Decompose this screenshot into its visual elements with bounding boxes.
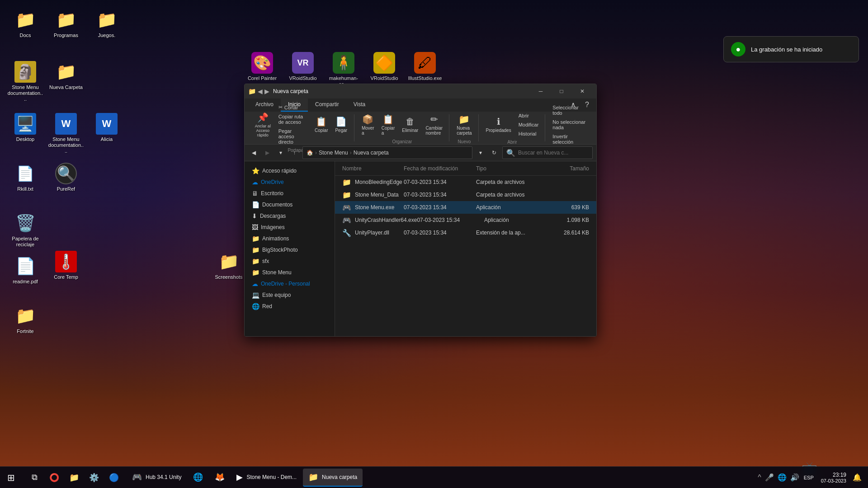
settings-taskbar-btn[interactable]: ⚙️ (85, 469, 103, 487)
back-button[interactable]: ◀ (248, 147, 259, 158)
nueva-carpeta-ribbon-btn[interactable]: 📁 Nuevacarpeta (454, 112, 474, 137)
vroid-studio2-app[interactable]: 🔶 VRoidStudio (366, 52, 402, 87)
desktop-icon-screenshots[interactable]: 📁 Screenshots (211, 251, 247, 280)
desktop-icon-papelera[interactable]: 🗑️ Papelera de reciclaje (7, 212, 43, 248)
cortar-button[interactable]: ✂ Cortar (276, 103, 311, 112)
search-input[interactable] (518, 150, 589, 156)
desktop-icon-stone-menu[interactable]: 🗿 Stone Menu documentation.... (7, 61, 43, 103)
chrome-taskbar[interactable]: 🌐 (188, 469, 208, 487)
dropdown-button[interactable]: ▾ (275, 147, 286, 158)
desktop-icon-stone-doc2[interactable]: W Stone Menu documentation.... (48, 113, 84, 155)
col-tipo[interactable]: Tipo (476, 165, 544, 172)
nav-onedrive-personal[interactable]: ☁ OneDrive - Personal (246, 278, 333, 289)
mover-button[interactable]: 📦 Movera (359, 112, 377, 137)
anclar-button[interactable]: 📌 Anclar alAcceso rápido (252, 110, 274, 139)
illuststudio-app[interactable]: 🖊 IllustStudio.exe (407, 52, 443, 87)
search-btn[interactable]: ⭕ (45, 469, 63, 487)
notifications-btn[interactable]: 🔔 (852, 472, 863, 483)
desktop-icon-juegos[interactable]: 📁 Juegos. (89, 9, 125, 38)
breadcrumb-nueva-carpeta[interactable]: Nueva carpeta (354, 150, 389, 156)
task-view-btn[interactable]: ⧉ (25, 469, 43, 487)
nav-documentos[interactable]: 📄 Documentos (246, 199, 333, 210)
desktop-icon-alicia[interactable]: W Alicia (89, 113, 125, 142)
close-button[interactable]: ✕ (572, 84, 593, 99)
firefox-taskbar[interactable]: 🦊 (209, 469, 230, 487)
desktop-icon-programas[interactable]: 📁 Programas (48, 9, 84, 38)
up-button[interactable]: ↑ (289, 147, 300, 158)
nav-este-equipo[interactable]: 💻 Este equipo (246, 290, 333, 300)
copiar-a-label: Copiara (382, 126, 395, 136)
historial-button[interactable]: Historial (516, 130, 542, 138)
file-row-mono[interactable]: 📁 MonoBleedingEdge 07-03-2023 15:34 Carp… (335, 176, 596, 188)
seleccionar-todo-button[interactable]: Seleccionar todo (550, 103, 589, 117)
pegar-acceso-button[interactable]: Pegar acceso directo (276, 127, 311, 146)
nueva-carpeta-taskbar[interactable]: 📁 Nueva carpeta (303, 469, 363, 487)
nav-onedrive[interactable]: ☁ OneDrive (246, 177, 333, 188)
cambiar-nombre-button[interactable]: ✏ Cambiarnombre (423, 112, 445, 137)
propiedades-button[interactable]: ℹ Propiedades (483, 114, 514, 135)
copiar-a-button[interactable]: 📋 Copiara (379, 112, 397, 137)
unity-crash-type: Aplicación (484, 217, 547, 223)
file-row-stone-data[interactable]: 📁 Stone Menu_Data 07-03-2023 15:34 Carpe… (335, 188, 596, 201)
taskbar: ⊞ ⧉ ⭕ 📁 ⚙️ 🔵 🎮 Hub 34.1 Unity 🌐 🦊 (0, 466, 868, 488)
breadcrumb-bar[interactable]: 🏠 › Stone Menu › Nueva carpeta (302, 146, 472, 159)
nav-descargas[interactable]: ⬇ Descargas (246, 211, 333, 221)
tray-mic-icon[interactable]: 🎤 (764, 472, 775, 483)
copiar-button[interactable]: 📋 Copiar (312, 114, 330, 135)
nav-red[interactable]: 🌐 Red (246, 301, 333, 312)
vroid-studio-app[interactable]: VR VRoidStudio (285, 52, 321, 87)
nav-bigstockphoto[interactable]: 📁 BigStockPhoto (246, 244, 333, 255)
col-tamano[interactable]: Tamaño (544, 165, 589, 172)
nav-stone-menu[interactable]: 📁 Stone Menu (246, 267, 333, 278)
file-explorer-taskbar-btn[interactable]: 📁 (65, 469, 83, 487)
nav-escritorio[interactable]: 🖥 Escritorio (246, 188, 333, 199)
file-list-header[interactable]: Nombre Fecha de modificación Tipo Tamaño (335, 161, 596, 176)
tray-network-icon[interactable]: 🌐 (777, 472, 788, 483)
pinned-apps-row: 🎨 Corel Painter VR VRoidStudio 🧍 makehum… (244, 52, 443, 87)
modificar-button[interactable]: Modificar (516, 121, 542, 129)
nav-animations[interactable]: 📁 Animations (246, 233, 333, 244)
abrir-btn[interactable]: Abrir (516, 112, 542, 120)
desktop-icon-readme[interactable]: 📄 readme.pdf (7, 255, 43, 285)
makehuman-app[interactable]: 🧍 makehuman-co... (326, 52, 362, 87)
desktop-icon-pureref[interactable]: 🔍 PureRef (48, 163, 84, 192)
col-fecha[interactable]: Fecha de modificación (404, 165, 476, 172)
breadcrumb-dropdown[interactable]: ▾ (475, 147, 486, 158)
col-nombre[interactable]: Nombre (342, 165, 404, 172)
unity-crash-icon: 🎮 (342, 216, 351, 225)
nav-acceso-rapido[interactable]: ⭐ Acceso rápido (246, 165, 333, 176)
desktop-icon-docs[interactable]: 📁 Docs (7, 9, 43, 38)
refresh-button[interactable]: ↻ (489, 147, 500, 158)
desktop-icon-core-temp[interactable]: 🌡️ Core Temp (48, 251, 84, 280)
no-seleccionar-button[interactable]: No seleccionar nada (550, 118, 589, 131)
forward-button[interactable]: ▶ (262, 147, 273, 158)
desktop-icon-desktop[interactable]: 🖥️ Desktop (7, 113, 43, 142)
tray-expand-btn[interactable]: ^ (757, 473, 762, 483)
corel-painter-app[interactable]: 🎨 Corel Painter (244, 52, 280, 87)
minimize-button[interactable]: ─ (530, 84, 551, 99)
papelera-label: Papelera de reciclaje (7, 236, 43, 248)
breadcrumb-stone-menu[interactable]: Stone Menu (319, 150, 348, 156)
file-row-unity-crash[interactable]: 🎮 UnityCrashHandler64.exe 07-03-2023 15:… (335, 214, 596, 226)
ribbon-group-nuevo: 📁 Nuevacarpeta Nuevo (450, 114, 478, 141)
unity-hub-taskbar[interactable]: 🎮 Hub 34.1 Unity (127, 469, 187, 487)
copiar-ruta-button[interactable]: Copiar ruta de acceso (276, 113, 311, 126)
start-button[interactable]: ⊞ (0, 467, 22, 488)
eliminar-button[interactable]: 🗑 Eliminar (399, 115, 421, 135)
window-title: Nueva carpeta (273, 88, 527, 94)
nav-sfx[interactable]: 📁 sfx (246, 256, 333, 267)
stone-menu-taskbar[interactable]: ▶ Stone Menu - Dem... (231, 469, 302, 487)
nav-imagenes[interactable]: 🖼 Imágenes (246, 222, 333, 233)
desktop-icon-rkill[interactable]: 📄 Rkill.txt (7, 163, 43, 192)
file-row-stone-exe[interactable]: 🎮 Stone Menu.exe 07-03-2023 15:34 Aplica… (335, 201, 596, 214)
taskbar-clock[interactable]: 23:19 07-03-2023 (817, 472, 850, 483)
tray-language[interactable]: ESP (802, 475, 816, 480)
desktop-icon-fortnite[interactable]: 📁 Fortnite (7, 305, 43, 334)
desktop-icon-nueva-carpeta[interactable]: 📁 Nueva Carpeta (48, 61, 84, 90)
maximize-button[interactable]: □ (551, 84, 572, 99)
file-row-unity-player[interactable]: 🔧 UnityPlayer.dll 07-03-2023 15:34 Exten… (335, 226, 596, 239)
invertir-button[interactable]: Invertir selección (550, 132, 589, 146)
blender-taskbar-btn[interactable]: 🔵 (105, 469, 123, 487)
pegar-button[interactable]: 📄 Pegar (332, 114, 350, 135)
tray-volume-icon[interactable]: 🔊 (789, 472, 800, 483)
